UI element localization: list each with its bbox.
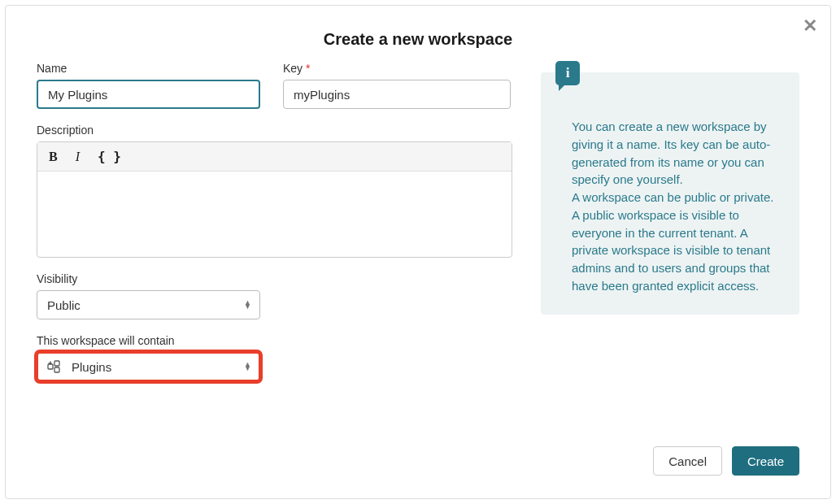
svg-rect-1 bbox=[54, 361, 59, 366]
help-panel: i You can create a new workspace by givi… bbox=[541, 72, 799, 315]
svg-rect-0 bbox=[48, 364, 53, 369]
key-label: Key * bbox=[283, 62, 511, 75]
close-icon[interactable]: ✕ bbox=[803, 17, 817, 35]
cancel-button[interactable]: Cancel bbox=[653, 446, 722, 476]
stepper-icon: ▲▼ bbox=[244, 363, 251, 371]
content-type-select[interactable]: Plugins ▲▼ bbox=[37, 352, 260, 381]
svg-rect-2 bbox=[54, 367, 59, 372]
modal-footer: Cancel Create bbox=[6, 432, 830, 498]
description-textarea[interactable] bbox=[37, 172, 512, 257]
form-column: Name Key * Description B I { } bbox=[37, 62, 516, 432]
description-editor: B I { } bbox=[37, 141, 512, 258]
create-button[interactable]: Create bbox=[732, 446, 799, 476]
modal-title: Create a new workspace bbox=[6, 30, 830, 49]
content-type-value: Plugins bbox=[72, 360, 111, 374]
required-marker: * bbox=[306, 62, 310, 75]
plugin-icon bbox=[47, 360, 60, 373]
visibility-value: Public bbox=[47, 298, 81, 312]
visibility-label: Visibility bbox=[37, 272, 516, 285]
code-button[interactable]: { } bbox=[98, 149, 121, 164]
info-icon: i bbox=[555, 61, 580, 85]
help-column: i You can create a new workspace by givi… bbox=[541, 62, 799, 432]
editor-toolbar: B I { } bbox=[37, 142, 512, 172]
key-input[interactable] bbox=[283, 80, 511, 109]
help-text-2: A workspace can be public or private. A … bbox=[572, 189, 780, 295]
visibility-select[interactable]: Public ▲▼ bbox=[37, 290, 260, 319]
name-input[interactable] bbox=[37, 80, 260, 109]
name-label: Name bbox=[37, 62, 260, 75]
italic-button[interactable]: I bbox=[76, 149, 80, 164]
create-workspace-modal: ✕ Create a new workspace Name Key * Desc… bbox=[5, 5, 831, 499]
description-label: Description bbox=[37, 124, 516, 137]
stepper-icon: ▲▼ bbox=[244, 301, 251, 309]
bold-button[interactable]: B bbox=[49, 149, 58, 164]
help-text-1: You can create a new workspace by giving… bbox=[572, 118, 780, 189]
contain-label: This workspace will contain bbox=[37, 334, 516, 347]
